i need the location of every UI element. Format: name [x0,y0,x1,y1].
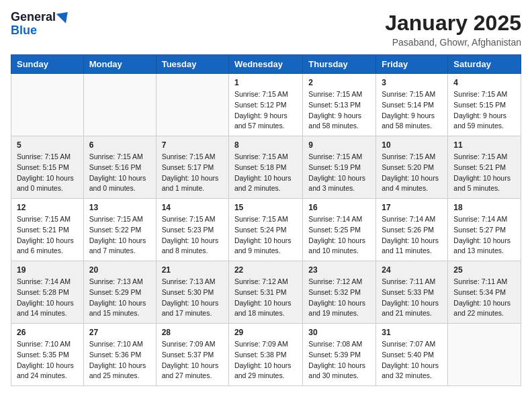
calendar-week-4: 19Sunrise: 7:14 AM Sunset: 5:28 PM Dayli… [11,261,521,324]
calendar-cell: 16Sunrise: 7:14 AM Sunset: 5:25 PM Dayli… [303,199,376,261]
day-info: Sunrise: 7:10 AM Sunset: 5:36 PM Dayligh… [89,339,150,381]
weekday-tuesday: Tuesday [156,55,228,74]
day-info: Sunrise: 7:14 AM Sunset: 5:26 PM Dayligh… [382,214,442,257]
calendar-cell: 13Sunrise: 7:15 AM Sunset: 5:22 PM Dayli… [83,199,156,261]
day-info: Sunrise: 7:15 AM Sunset: 5:15 PM Dayligh… [17,152,78,194]
calendar-cell [448,324,521,386]
day-number: 20 [89,265,150,275]
calendar-cell: 2Sunrise: 7:15 AM Sunset: 5:13 PM Daylig… [303,74,376,136]
calendar-week-1: 1Sunrise: 7:15 AM Sunset: 5:12 PM Daylig… [11,74,521,136]
calendar-cell: 9Sunrise: 7:15 AM Sunset: 5:19 PM Daylig… [303,136,376,199]
day-info: Sunrise: 7:12 AM Sunset: 5:32 PM Dayligh… [308,277,370,319]
day-number: 19 [17,265,78,275]
day-info: Sunrise: 7:15 AM Sunset: 5:20 PM Dayligh… [382,152,442,194]
weekday-thursday: Thursday [303,55,376,74]
calendar-title: January 2025 [385,11,521,36]
day-info: Sunrise: 7:15 AM Sunset: 5:17 PM Dayligh… [162,152,223,194]
calendar-cell: 20Sunrise: 7:13 AM Sunset: 5:29 PM Dayli… [83,261,156,324]
calendar-cell: 30Sunrise: 7:08 AM Sunset: 5:39 PM Dayli… [303,324,376,386]
calendar-cell: 4Sunrise: 7:15 AM Sunset: 5:15 PM Daylig… [448,74,521,136]
day-info: Sunrise: 7:15 AM Sunset: 5:19 PM Dayligh… [308,152,370,194]
day-info: Sunrise: 7:11 AM Sunset: 5:34 PM Dayligh… [453,277,515,319]
calendar-week-5: 26Sunrise: 7:10 AM Sunset: 5:35 PM Dayli… [11,324,521,386]
day-info: Sunrise: 7:07 AM Sunset: 5:40 PM Dayligh… [382,339,442,381]
day-number: 4 [453,78,515,87]
day-number: 8 [234,140,297,150]
calendar-cell: 17Sunrise: 7:14 AM Sunset: 5:26 PM Dayli… [376,199,448,261]
day-number: 21 [162,265,223,275]
day-info: Sunrise: 7:15 AM Sunset: 5:15 PM Dayligh… [453,89,515,132]
day-number: 24 [382,265,442,275]
day-number: 27 [89,328,150,337]
calendar-cell: 23Sunrise: 7:12 AM Sunset: 5:32 PM Dayli… [303,261,376,324]
day-info: Sunrise: 7:15 AM Sunset: 5:21 PM Dayligh… [453,152,515,194]
day-number: 1 [234,78,297,87]
day-number: 7 [162,140,223,150]
day-number: 30 [308,328,370,337]
weekday-friday: Friday [376,55,448,74]
day-info: Sunrise: 7:15 AM Sunset: 5:22 PM Dayligh… [89,214,150,257]
weekday-sunday: Sunday [11,55,84,74]
day-info: Sunrise: 7:09 AM Sunset: 5:37 PM Dayligh… [162,339,223,381]
day-info: Sunrise: 7:15 AM Sunset: 5:23 PM Dayligh… [162,214,223,257]
calendar-cell: 5Sunrise: 7:15 AM Sunset: 5:15 PM Daylig… [11,136,84,199]
day-number: 25 [453,265,515,275]
calendar-cell: 12Sunrise: 7:15 AM Sunset: 5:21 PM Dayli… [11,199,84,261]
day-number: 17 [382,203,442,212]
day-number: 5 [17,140,78,150]
calendar-cell: 21Sunrise: 7:13 AM Sunset: 5:30 PM Dayli… [156,261,228,324]
calendar-cell: 18Sunrise: 7:14 AM Sunset: 5:27 PM Dayli… [448,199,521,261]
calendar-week-3: 12Sunrise: 7:15 AM Sunset: 5:21 PM Dayli… [11,199,521,261]
calendar-cell: 15Sunrise: 7:15 AM Sunset: 5:24 PM Dayli… [228,199,302,261]
day-number: 6 [89,140,150,150]
calendar-cell: 3Sunrise: 7:15 AM Sunset: 5:14 PM Daylig… [376,74,448,136]
weekday-saturday: Saturday [448,55,521,74]
calendar-cell: 19Sunrise: 7:14 AM Sunset: 5:28 PM Dayli… [11,261,84,324]
day-info: Sunrise: 7:14 AM Sunset: 5:28 PM Dayligh… [17,277,78,319]
day-number: 23 [308,265,370,275]
day-number: 2 [308,78,370,87]
calendar-cell: 28Sunrise: 7:09 AM Sunset: 5:37 PM Dayli… [156,324,228,386]
day-info: Sunrise: 7:11 AM Sunset: 5:33 PM Dayligh… [382,277,442,319]
day-number: 29 [234,328,297,337]
day-info: Sunrise: 7:14 AM Sunset: 5:27 PM Dayligh… [453,214,515,257]
day-info: Sunrise: 7:15 AM Sunset: 5:21 PM Dayligh… [17,214,78,257]
day-number: 11 [453,140,515,150]
day-info: Sunrise: 7:15 AM Sunset: 5:24 PM Dayligh… [234,214,297,257]
calendar-cell: 7Sunrise: 7:15 AM Sunset: 5:17 PM Daylig… [156,136,228,199]
logo-general-text: General [11,11,56,24]
day-info: Sunrise: 7:15 AM Sunset: 5:16 PM Dayligh… [89,152,150,194]
calendar-body: 1Sunrise: 7:15 AM Sunset: 5:12 PM Daylig… [11,74,521,386]
day-number: 12 [17,203,78,212]
day-number: 14 [162,203,223,212]
day-info: Sunrise: 7:08 AM Sunset: 5:39 PM Dayligh… [308,339,370,381]
calendar-cell: 11Sunrise: 7:15 AM Sunset: 5:21 PM Dayli… [448,136,521,199]
day-number: 10 [382,140,442,150]
calendar-cell: 6Sunrise: 7:15 AM Sunset: 5:16 PM Daylig… [83,136,156,199]
day-info: Sunrise: 7:15 AM Sunset: 5:13 PM Dayligh… [308,89,370,132]
day-number: 26 [17,328,78,337]
calendar-cell: 26Sunrise: 7:10 AM Sunset: 5:35 PM Dayli… [11,324,84,386]
calendar-week-2: 5Sunrise: 7:15 AM Sunset: 5:15 PM Daylig… [11,136,521,199]
calendar-cell [83,74,156,136]
day-number: 18 [453,203,515,212]
day-info: Sunrise: 7:10 AM Sunset: 5:35 PM Dayligh… [17,339,78,381]
calendar-cell [11,74,84,136]
day-number: 31 [382,328,442,337]
calendar-cell: 8Sunrise: 7:15 AM Sunset: 5:18 PM Daylig… [228,136,302,199]
logo-blue-text: Blue [11,24,37,38]
calendar-location: Pasaband, Ghowr, Afghanistan [385,37,521,48]
day-info: Sunrise: 7:15 AM Sunset: 5:12 PM Dayligh… [234,89,297,132]
calendar-table: SundayMondayTuesdayWednesdayThursdayFrid… [11,54,521,386]
day-info: Sunrise: 7:12 AM Sunset: 5:31 PM Dayligh… [234,277,297,319]
calendar-cell: 27Sunrise: 7:10 AM Sunset: 5:36 PM Dayli… [83,324,156,386]
calendar-cell: 29Sunrise: 7:09 AM Sunset: 5:38 PM Dayli… [228,324,302,386]
weekday-header-row: SundayMondayTuesdayWednesdayThursdayFrid… [11,55,521,74]
day-info: Sunrise: 7:15 AM Sunset: 5:18 PM Dayligh… [234,152,297,194]
calendar-cell: 1Sunrise: 7:15 AM Sunset: 5:12 PM Daylig… [228,74,302,136]
day-info: Sunrise: 7:13 AM Sunset: 5:30 PM Dayligh… [162,277,223,319]
logo-arrow-icon [56,7,73,24]
day-info: Sunrise: 7:09 AM Sunset: 5:38 PM Dayligh… [234,339,297,381]
day-number: 15 [234,203,297,212]
day-info: Sunrise: 7:14 AM Sunset: 5:25 PM Dayligh… [308,214,370,257]
